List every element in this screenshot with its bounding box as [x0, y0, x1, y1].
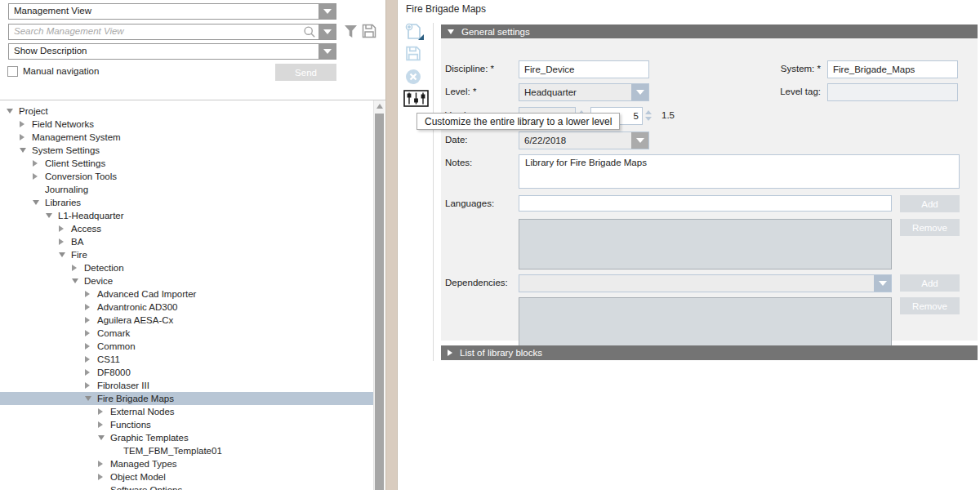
chevron-down-icon[interactable]	[874, 275, 891, 292]
general-settings-header[interactable]: General settings	[441, 24, 978, 38]
collapsed-arrow-icon[interactable]	[98, 421, 106, 428]
system-field[interactable]: Fire_Brigade_Maps	[827, 60, 958, 78]
collapsed-arrow-icon[interactable]	[98, 474, 106, 480]
collapsed-arrow-icon[interactable]	[20, 121, 28, 127]
view-selector[interactable]: Management View	[8, 3, 336, 20]
dependencies-add-button[interactable]: Add	[900, 274, 960, 292]
dependencies-remove-button[interactable]: Remove	[900, 297, 960, 314]
tree-item[interactable]: Managed Types	[0, 457, 373, 470]
description-selector[interactable]: Show Description	[8, 43, 336, 60]
chevron-down-icon[interactable]	[631, 132, 648, 149]
chevron-down-icon[interactable]	[318, 24, 336, 39]
collapsed-arrow-icon[interactable]	[59, 225, 67, 232]
save-filter-icon[interactable]	[362, 24, 376, 40]
send-button[interactable]: Send	[275, 64, 336, 81]
expanded-arrow-icon[interactable]	[46, 213, 54, 218]
expanded-arrow-icon	[448, 29, 454, 34]
date-picker[interactable]: 6/22/2018	[519, 131, 649, 149]
tree-item[interactable]: Project	[0, 105, 373, 118]
dependencies-list[interactable]	[519, 297, 892, 347]
collapsed-arrow-icon[interactable]	[85, 369, 93, 376]
tree-item[interactable]: Fire Brigade Maps	[0, 392, 373, 405]
languages-list[interactable]	[519, 219, 892, 270]
new-library-icon[interactable]	[403, 23, 425, 41]
tree-scrollbar[interactable]	[373, 100, 385, 490]
tree-item-label: Journaling	[41, 185, 88, 194]
collapsed-arrow-icon[interactable]	[98, 461, 106, 467]
expanded-arrow-icon[interactable]	[33, 200, 41, 205]
tree-item[interactable]: Libraries	[0, 196, 373, 209]
collapsed-arrow-icon[interactable]	[33, 173, 41, 180]
tree-item[interactable]: Fire	[0, 248, 373, 261]
expanded-arrow-icon[interactable]	[98, 435, 106, 440]
tree-item[interactable]: Client Settings	[0, 157, 373, 170]
customize-library-icon[interactable]	[403, 90, 425, 108]
tree-item[interactable]: Comark	[0, 327, 373, 340]
tree-item[interactable]: TEM_FBM_Template01	[0, 444, 373, 457]
tree-item[interactable]: DF8000	[0, 366, 373, 379]
collapsed-arrow-icon[interactable]	[59, 238, 67, 245]
tree-item[interactable]: Functions	[0, 418, 373, 431]
tree-item[interactable]: Journaling	[0, 183, 373, 196]
scrollbar-thumb[interactable]	[375, 114, 384, 490]
tree-item[interactable]: Graphic Templates	[0, 431, 373, 444]
panel-splitter[interactable]	[385, 0, 398, 490]
discipline-field[interactable]: Fire_Device	[519, 60, 649, 78]
version-minor-stepper[interactable]	[644, 107, 653, 124]
tree-item[interactable]: Field Networks	[0, 118, 373, 131]
manual-navigation-checkbox[interactable]	[7, 66, 18, 77]
tree-item[interactable]: BA	[0, 235, 373, 248]
chevron-down-icon[interactable]	[318, 44, 336, 59]
library-blocks-header[interactable]: List of library blocks	[441, 345, 978, 360]
save-icon[interactable]	[403, 46, 425, 64]
collapsed-arrow-icon[interactable]	[72, 265, 80, 271]
expanded-arrow-icon[interactable]	[85, 396, 93, 401]
search-box[interactable]: Search Management View	[8, 24, 336, 40]
expanded-arrow-icon[interactable]	[72, 278, 80, 283]
chevron-down-icon[interactable]	[631, 84, 648, 100]
expanded-arrow-icon[interactable]	[59, 252, 67, 257]
expanded-arrow-icon[interactable]	[20, 148, 28, 153]
dependencies-dropdown[interactable]	[519, 274, 892, 292]
chevron-down-icon[interactable]	[318, 4, 336, 19]
tree-item[interactable]: Management System	[0, 131, 373, 144]
collapsed-arrow-icon[interactable]	[85, 317, 93, 323]
collapsed-arrow-icon[interactable]	[20, 134, 28, 140]
collapsed-arrow-icon[interactable]	[98, 408, 106, 415]
tree-item[interactable]: Common	[0, 340, 373, 353]
search-input[interactable]: Search Management View	[9, 24, 303, 39]
collapsed-arrow-icon[interactable]	[85, 343, 93, 350]
tree-item[interactable]: Aguilera AESA-Cx	[0, 314, 373, 327]
collapsed-arrow-icon[interactable]	[85, 304, 93, 310]
tree-item[interactable]: L1-Headquarter	[0, 209, 373, 222]
tree-item[interactable]: Software Options	[0, 483, 373, 490]
languages-input[interactable]	[519, 195, 892, 212]
languages-label: Languages:	[445, 198, 494, 208]
level-tag-field[interactable]	[827, 83, 958, 101]
cancel-icon[interactable]	[403, 69, 425, 87]
tree-item[interactable]: Advantronic AD300	[0, 301, 373, 314]
expanded-arrow-icon[interactable]	[7, 109, 15, 114]
collapsed-arrow-icon[interactable]	[85, 330, 93, 336]
collapsed-arrow-icon[interactable]	[85, 382, 93, 389]
level-dropdown[interactable]: Headquarter	[519, 83, 649, 101]
tree-item[interactable]: Fibrolaser III	[0, 379, 373, 392]
languages-add-button[interactable]: Add	[900, 195, 960, 212]
tree-item[interactable]: Conversion Tools	[0, 170, 373, 183]
filter-icon[interactable]	[344, 24, 358, 41]
navigation-panel: Management View Search Management View S…	[0, 0, 385, 490]
notes-field[interactable]: Library for Fire Brigade Maps	[519, 154, 960, 189]
tree-item[interactable]: External Nodes	[0, 405, 373, 418]
tree-item[interactable]: Access	[0, 222, 373, 235]
collapsed-arrow-icon[interactable]	[33, 160, 41, 167]
tree-item[interactable]: Detection	[0, 261, 373, 274]
tree-item[interactable]: System Settings	[0, 144, 373, 157]
tree-item[interactable]: CS11	[0, 353, 373, 366]
tree-item[interactable]: Object Model	[0, 470, 373, 483]
languages-remove-button[interactable]: Remove	[900, 219, 960, 236]
scroll-up-icon[interactable]	[376, 104, 383, 109]
collapsed-arrow-icon[interactable]	[85, 291, 93, 297]
collapsed-arrow-icon[interactable]	[85, 356, 93, 363]
tree-item[interactable]: Advanced Cad Importer	[0, 287, 373, 301]
tree-item[interactable]: Device	[0, 274, 373, 287]
